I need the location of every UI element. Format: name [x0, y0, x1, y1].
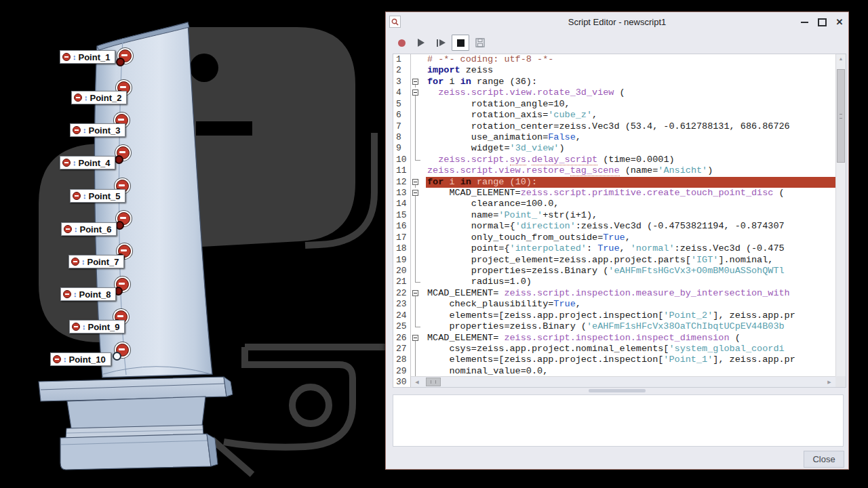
- code-text: name='Point_'+str(i+1),: [426, 210, 835, 221]
- fold-toggle-icon[interactable]: [411, 177, 426, 188]
- line-number: 26: [393, 333, 411, 344]
- code-line[interactable]: 26MCAD_ELEMENT= zeiss.script.inspection.…: [393, 333, 835, 344]
- code-text: for i in range (10):: [426, 177, 835, 188]
- line-number: 23: [393, 299, 411, 310]
- point-label[interactable]: ↕Point_8: [60, 287, 116, 301]
- code-line[interactable]: 14 clearance=100.0,: [393, 199, 835, 209]
- fold-toggle-icon[interactable]: [411, 188, 426, 199]
- point-label[interactable]: ↕Point_3: [70, 123, 125, 137]
- code-line[interactable]: 15 name='Point_'+str(i+1),: [393, 210, 835, 221]
- code-line[interactable]: 20 properties=zeiss.Binary ('eAHFmFtsHGc…: [393, 266, 835, 277]
- touch-point-dot[interactable]: [115, 155, 123, 164]
- maximize-button[interactable]: [817, 18, 827, 27]
- save-button[interactable]: [471, 35, 489, 51]
- point-label[interactable]: ↕Point_6: [61, 222, 117, 236]
- minimize-button[interactable]: [800, 18, 809, 27]
- point-label[interactable]: ↕Point_9: [69, 320, 125, 333]
- code-line[interactable]: 9 widget='3d_view'): [393, 143, 835, 154]
- code-editor[interactable]: 1# -*- coding: utf-8 -*-2import zeiss3fo…: [393, 54, 846, 388]
- code-text: clearance=100.0,: [426, 199, 835, 209]
- splitter-handle[interactable]: [589, 389, 646, 392]
- line-number: 27: [393, 344, 411, 354]
- no-entry-icon: [72, 323, 80, 331]
- no-entry-icon: [62, 159, 71, 167]
- fold-margin: [411, 121, 426, 132]
- output-panel[interactable]: [393, 394, 844, 447]
- code-line[interactable]: 27 csys=zeiss.app.project.nominal_elemen…: [393, 344, 835, 354]
- code-line[interactable]: 25 properties=zeiss.Binary ('eAHFmF1sHFc…: [393, 321, 835, 332]
- code-line[interactable]: 23 check_plausibility=True,: [393, 299, 835, 310]
- record-button[interactable]: [393, 35, 410, 51]
- scroll-right-icon[interactable]: ▶: [825, 377, 834, 387]
- code-text: elements=[zeiss.app.project.inspection['…: [426, 310, 835, 321]
- code-line[interactable]: 13 MCAD_ELEMENT=zeiss.script.primitive.c…: [393, 188, 835, 199]
- code-line[interactable]: 6 rotation_axis='cube_z',: [393, 110, 835, 121]
- code-line[interactable]: 17 only_touch_from_outside=True,: [393, 232, 835, 243]
- close-button[interactable]: Close: [804, 451, 844, 468]
- line-number: 15: [393, 210, 411, 221]
- run-button[interactable]: [412, 35, 430, 51]
- point-label[interactable]: ↕Point_4: [60, 156, 115, 169]
- fold-margin: [411, 199, 426, 209]
- fold-margin: [411, 54, 426, 65]
- code-line[interactable]: 3for i in range (36):: [393, 77, 835, 87]
- code-line[interactable]: 11zeiss.script.view.restore_tag_scene (n…: [393, 165, 835, 176]
- horizontal-scrollbar[interactable]: ◀ ▶: [411, 376, 835, 387]
- code-text: MCAD_ELEMENT=zeiss.script.primitive.crea…: [426, 188, 835, 199]
- code-line[interactable]: 19 project_element=zeiss.app.project.par…: [393, 255, 835, 266]
- maximize-icon: [818, 18, 827, 26]
- fold-toggle-icon[interactable]: [411, 77, 426, 87]
- window-title: Script Editor - newscript1: [386, 12, 848, 33]
- fold-toggle-icon[interactable]: [411, 333, 426, 344]
- scroll-left-icon[interactable]: ◀: [412, 377, 422, 387]
- code-text: elements=[zeiss.app.project.inspection['…: [426, 354, 835, 365]
- scroll-up-icon[interactable]: ▲: [836, 54, 846, 64]
- fold-margin: [411, 243, 426, 254]
- line-number: 8: [393, 132, 411, 143]
- code-line[interactable]: 28 elements=[zeiss.app.project.inspectio…: [393, 354, 835, 365]
- touch-point-dot[interactable]: [113, 352, 121, 361]
- code-line[interactable]: 7 rotation_center=zeiss.Vec3d (53.4, -0.…: [393, 121, 835, 132]
- point-label[interactable]: ↕Point_5: [70, 189, 125, 203]
- point-label[interactable]: ↕Point_7: [68, 255, 124, 268]
- step-button[interactable]: [432, 35, 450, 51]
- point-label-text: Point_10: [69, 354, 106, 365]
- stop-button[interactable]: [452, 35, 469, 51]
- code-line[interactable]: 29 nominal_value=0.0,: [393, 366, 835, 377]
- code-line[interactable]: 18 point={'interpolated': True, 'normal'…: [393, 243, 835, 254]
- code-line[interactable]: 8 use_animation=False,: [393, 132, 835, 143]
- no-entry-icon: [73, 192, 81, 200]
- code-line[interactable]: 22MCAD_ELEMENT= zeiss.script.inspection.…: [393, 288, 835, 299]
- line-number: 1: [393, 54, 411, 65]
- horizontal-scroll-thumb[interactable]: [426, 378, 441, 386]
- no-entry-icon: [53, 355, 61, 363]
- code-text: normal={'direction':zeiss.Vec3d (-0.4753…: [426, 221, 835, 232]
- code-text: rotation_center=zeiss.Vec3d (53.4, -0.61…: [426, 121, 835, 132]
- point-label[interactable]: ↕Point_2: [71, 91, 127, 104]
- code-text: point={'interpolated': True, 'normal':ze…: [426, 243, 835, 254]
- code-line[interactable]: 24 elements=[zeiss.app.project.inspectio…: [393, 310, 835, 321]
- code-line[interactable]: 21 radius=1.0): [393, 277, 835, 287]
- code-line[interactable]: 16 normal={'direction':zeiss.Vec3d (-0.4…: [393, 221, 835, 232]
- save-icon: [475, 38, 485, 47]
- code-line[interactable]: 10 zeiss.script.sys.delay_script (time=0…: [393, 155, 835, 165]
- code-line[interactable]: 2import zeiss: [393, 65, 835, 76]
- point-label[interactable]: ↕Point_10: [50, 352, 111, 366]
- titlebar[interactable]: Script Editor - newscript1 ✕: [386, 12, 848, 33]
- code-line[interactable]: 1# -*- coding: utf-8 -*-: [393, 54, 835, 65]
- close-window-button[interactable]: ✕: [835, 18, 844, 27]
- code-text: widget='3d_view'): [426, 143, 835, 154]
- code-line[interactable]: 5 rotation_angle=10,: [393, 99, 835, 110]
- vertical-scrollbar[interactable]: ▲ ▼: [835, 54, 846, 387]
- touch-point-dot[interactable]: [116, 58, 125, 66]
- code-line[interactable]: 12for i in range (10):: [393, 177, 835, 188]
- point-label[interactable]: ↕Point_1: [60, 50, 115, 64]
- vertical-scroll-thumb[interactable]: [837, 69, 845, 163]
- code-text: MCAD_ELEMENT= zeiss.script.inspection.in…: [426, 333, 835, 344]
- fold-toggle-icon[interactable]: [411, 288, 426, 299]
- fold-margin: [411, 232, 426, 243]
- code-line[interactable]: 4 zeiss.script.view.rotate_3d_view (: [393, 87, 835, 98]
- fold-toggle-icon[interactable]: [411, 87, 426, 98]
- no-entry-icon: [74, 94, 82, 102]
- probe-axis-arrow-icon: ↕: [83, 127, 87, 134]
